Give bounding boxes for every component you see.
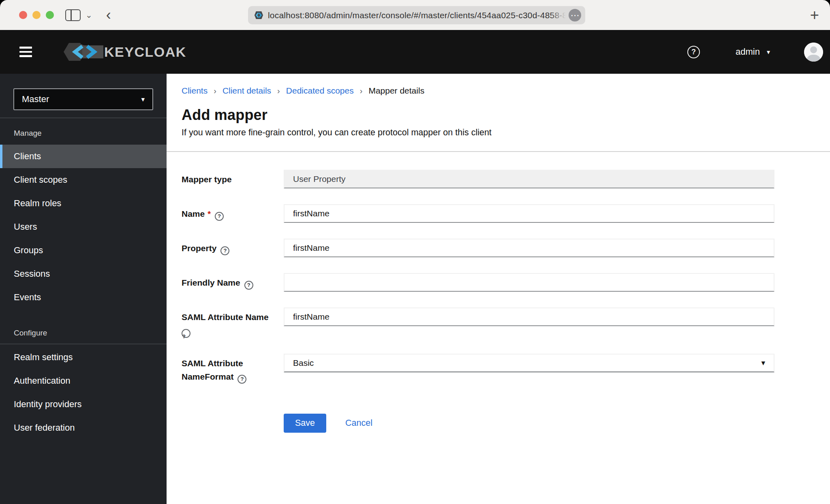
keycloak-logo[interactable]: KEYCLOAK <box>57 42 191 62</box>
page-title: Add mapper <box>182 107 774 124</box>
form-row-friendly-name: Friendly Name? <box>182 273 774 292</box>
close-window-button[interactable] <box>19 11 27 19</box>
realm-selector[interactable]: Master ▾ <box>13 88 153 110</box>
main-content: Clients › Client details › Dedicated sco… <box>167 74 830 504</box>
avatar[interactable] <box>804 43 823 62</box>
mapper-type-label: Mapper type <box>182 170 284 188</box>
sidebar-item-user-federation[interactable]: User federation <box>0 416 167 440</box>
saml-attribute-name-input[interactable] <box>284 308 774 326</box>
sidebar-divider <box>0 344 167 344</box>
help-icon[interactable]: ? <box>687 46 700 58</box>
sidebar-item-authentication[interactable]: Authentication <box>0 369 167 393</box>
user-dropdown[interactable]: admin ▾ <box>736 47 770 57</box>
nav-group-manage: Manage <box>0 118 167 138</box>
window-controls <box>19 11 54 19</box>
help-icon[interactable]: ? <box>182 329 190 338</box>
breadcrumb-mapper-details: Mapper details <box>368 86 424 96</box>
browser-sidebar-icon[interactable] <box>65 9 81 21</box>
save-button[interactable]: Save <box>284 414 326 433</box>
property-input[interactable] <box>284 239 774 257</box>
friendly-name-input[interactable] <box>284 273 774 292</box>
nav-group-configure: Configure <box>0 329 167 337</box>
help-icon[interactable]: ? <box>237 375 246 384</box>
caret-down-icon: ▾ <box>761 358 765 367</box>
name-label: Name*? <box>182 204 284 223</box>
name-input[interactable] <box>284 204 774 223</box>
content-divider <box>167 151 830 152</box>
form-row-name: Name*? <box>182 204 774 223</box>
keycloak-masthead: KEYCLOAK ? admin ▾ <box>0 30 830 74</box>
mapper-type-field <box>284 170 774 188</box>
breadcrumb-separator-icon: › <box>277 86 280 96</box>
help-icon[interactable]: ? <box>215 212 224 221</box>
sidebar: Master ▾ Manage Clients Client scopes Re… <box>0 74 167 504</box>
page-subtitle: If you want more fine-grain control, you… <box>182 128 774 138</box>
form-row-saml-attribute-name: SAML Attribute Name? <box>182 308 774 338</box>
saml-attribute-nameformat-label: SAML Attribute NameFormat? <box>182 354 284 384</box>
browser-chrome: ⌄ ‹ localhost:8080/admin/master/console/… <box>0 0 830 30</box>
form-row-saml-attribute-nameformat: SAML Attribute NameFormat? Basic ▾ <box>182 354 774 384</box>
saml-attribute-name-label: SAML Attribute Name? <box>182 308 284 338</box>
sidebar-item-users[interactable]: Users <box>0 215 167 239</box>
sidebar-item-client-scopes[interactable]: Client scopes <box>0 168 167 192</box>
sidebar-item-sessions[interactable]: Sessions <box>0 262 167 286</box>
breadcrumb-separator-icon: › <box>360 86 363 96</box>
breadcrumb-client-details[interactable]: Client details <box>222 86 271 96</box>
chevron-down-icon[interactable]: ⌄ <box>86 10 92 20</box>
zoom-window-button[interactable] <box>46 11 54 19</box>
sidebar-item-realm-roles[interactable]: Realm roles <box>0 192 167 215</box>
caret-down-icon: ▾ <box>141 95 145 104</box>
add-mapper-form: Mapper type Name*? <box>182 170 774 433</box>
url-ellipsis-button[interactable]: ⋯ <box>569 9 581 21</box>
sidebar-item-groups[interactable]: Groups <box>0 239 167 262</box>
property-label: Property? <box>182 239 284 257</box>
form-row-mapper-type: Mapper type <box>182 170 774 188</box>
browser-back-button[interactable]: ‹ <box>106 8 111 22</box>
form-row-property: Property? <box>182 239 774 257</box>
cancel-link[interactable]: Cancel <box>345 418 372 428</box>
help-icon[interactable]: ? <box>244 281 253 290</box>
sidebar-item-clients[interactable]: Clients <box>0 145 167 168</box>
required-asterisk: * <box>208 209 211 218</box>
new-tab-button[interactable]: + <box>810 7 819 23</box>
selected-option-label: Basic <box>293 358 314 368</box>
sidebar-item-realm-settings[interactable]: Realm settings <box>0 346 167 369</box>
breadcrumb-clients[interactable]: Clients <box>182 86 208 96</box>
url-text: localhost:8080/admin/master/console/#/ma… <box>268 11 569 20</box>
breadcrumb: Clients › Client details › Dedicated sco… <box>182 86 774 96</box>
realm-name: Master <box>22 94 49 105</box>
sidebar-item-identity-providers[interactable]: Identity providers <box>0 393 167 416</box>
favicon-keycloak <box>254 11 263 20</box>
username-label: admin <box>736 47 760 57</box>
minimize-window-button[interactable] <box>32 11 41 19</box>
sidebar-item-events[interactable]: Events <box>0 286 167 309</box>
nav-toggle-hamburger-icon[interactable] <box>19 47 32 57</box>
browser-window: ⌄ ‹ localhost:8080/admin/master/console/… <box>0 0 830 504</box>
saml-attribute-nameformat-select[interactable]: Basic ▾ <box>284 354 774 372</box>
breadcrumb-dedicated-scopes[interactable]: Dedicated scopes <box>286 86 354 96</box>
brand-text: KEYCLOAK <box>104 44 186 60</box>
friendly-name-label: Friendly Name? <box>182 273 284 292</box>
address-bar[interactable]: localhost:8080/admin/master/console/#/ma… <box>248 6 585 24</box>
help-icon[interactable]: ? <box>220 246 229 255</box>
form-actions: Save Cancel <box>284 414 774 433</box>
caret-down-icon: ▾ <box>767 48 770 56</box>
breadcrumb-separator-icon: › <box>214 86 216 96</box>
